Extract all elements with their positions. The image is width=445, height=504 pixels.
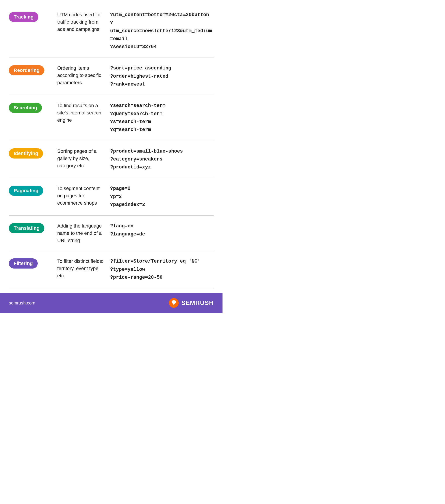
example-line-tracking-1: ?utm_source=newsletter123&utm_medium <box>110 20 212 34</box>
footer-domain: semrush.com <box>9 301 35 306</box>
row-searching: SearchingTo find results on a site's int… <box>9 95 214 141</box>
desc-col-translating: Adding the language name to the end of a… <box>53 222 110 244</box>
example-line-searching-2: ?s=search-term <box>110 119 151 125</box>
example-line-filtering-0: ?filter=Store/Territory eq 'NC' <box>110 259 200 264</box>
semrush-logo-icon <box>169 298 179 308</box>
example-line-reordering-0: ?sort=price_ascending <box>110 66 171 71</box>
example-line-reordering-1: ?order=highest-rated <box>110 74 168 79</box>
examples-col-filtering: ?filter=Store/Territory eq 'NC'?type=yel… <box>110 257 214 282</box>
example-line-filtering-1: ?type=yellow <box>110 267 145 272</box>
example-line-identifying-1: ?category=sneakers <box>110 157 163 162</box>
row-filtering: FilteringTo filter distinct fields: terr… <box>9 251 214 288</box>
badge-filtering: Filtering <box>9 258 38 269</box>
example-line-tracking-3: ?sessionID=32764 <box>110 44 157 50</box>
badge-col-paginating: Paginating <box>9 185 53 196</box>
badge-reordering: Reordering <box>9 65 44 75</box>
main-content: TrackingUTM codes used for traffic track… <box>0 0 222 288</box>
example-line-searching-0: ?search=search-term <box>110 103 165 108</box>
row-translating: TranslatingAdding the language name to t… <box>9 216 214 251</box>
badge-col-filtering: Filtering <box>9 257 53 269</box>
examples-col-reordering: ?sort=price_ascending?order=highest-rate… <box>110 64 214 89</box>
example-line-tracking-0: ?utm_content=bottom%20cta%20button <box>110 12 209 18</box>
example-line-translating-1: ?language=de <box>110 232 145 237</box>
semrush-brand-name: SEMRUSH <box>181 299 214 306</box>
badge-tracking: Tracking <box>9 12 38 22</box>
example-line-identifying-0: ?product=small-blue-shoes <box>110 149 183 154</box>
example-line-tracking-2: =email <box>110 36 128 42</box>
examples-col-identifying: ?product=small-blue-shoes?category=sneak… <box>110 147 214 172</box>
desc-col-reordering: Ordering items according to specific par… <box>53 64 110 86</box>
desc-col-paginating: To segment content on pages for ecommerc… <box>53 185 110 207</box>
footer: semrush.com SEMRUSH <box>0 293 222 313</box>
row-tracking: TrackingUTM codes used for traffic track… <box>9 4 214 58</box>
example-line-identifying-2: ?productid=xyz <box>110 164 151 170</box>
badge-col-reordering: Reordering <box>9 64 53 75</box>
badge-searching: Searching <box>9 103 42 113</box>
examples-col-tracking: ?utm_content=bottom%20cta%20button?utm_s… <box>110 11 214 51</box>
row-reordering: ReorderingOrdering items according to sp… <box>9 58 214 95</box>
desc-col-searching: To find results on a site's internal sea… <box>53 102 110 124</box>
badge-paginating: Paginating <box>9 186 43 196</box>
badge-col-translating: Translating <box>9 222 53 233</box>
example-line-translating-0: ?lang=en <box>110 223 134 229</box>
examples-col-searching: ?search=search-term?query=search-term?s=… <box>110 102 214 134</box>
badge-translating: Translating <box>9 223 44 233</box>
desc-col-filtering: To filter distinct fields: territory, ev… <box>53 257 110 279</box>
badge-col-identifying: Identifying <box>9 147 53 159</box>
footer-logo: SEMRUSH <box>169 298 214 308</box>
examples-col-translating: ?lang=en?language=de <box>110 222 214 238</box>
desc-col-identifying: Sorting pages of a gallery by size, cate… <box>53 147 110 169</box>
example-line-paginating-0: ?page=2 <box>110 186 130 191</box>
example-line-searching-1: ?query=search-term <box>110 111 163 117</box>
badge-col-searching: Searching <box>9 102 53 113</box>
row-paginating: PaginatingTo segment content on pages fo… <box>9 178 214 216</box>
example-line-paginating-1: ?p=2 <box>110 194 122 199</box>
examples-col-paginating: ?page=2?p=2?pageindex=2 <box>110 185 214 209</box>
example-line-searching-3: ?q=search-term <box>110 127 151 132</box>
desc-col-tracking: UTM codes used for traffic tracking from… <box>53 11 110 33</box>
example-line-paginating-2: ?pageindex=2 <box>110 202 145 207</box>
svg-rect-1 <box>173 306 174 306</box>
row-identifying: IdentifyingSorting pages of a gallery by… <box>9 141 214 178</box>
badge-identifying: Identifying <box>9 148 43 159</box>
example-line-reordering-2: ?rank=newest <box>110 82 145 87</box>
badge-col-tracking: Tracking <box>9 11 53 22</box>
example-line-filtering-2: ?price-range=20-50 <box>110 275 163 280</box>
